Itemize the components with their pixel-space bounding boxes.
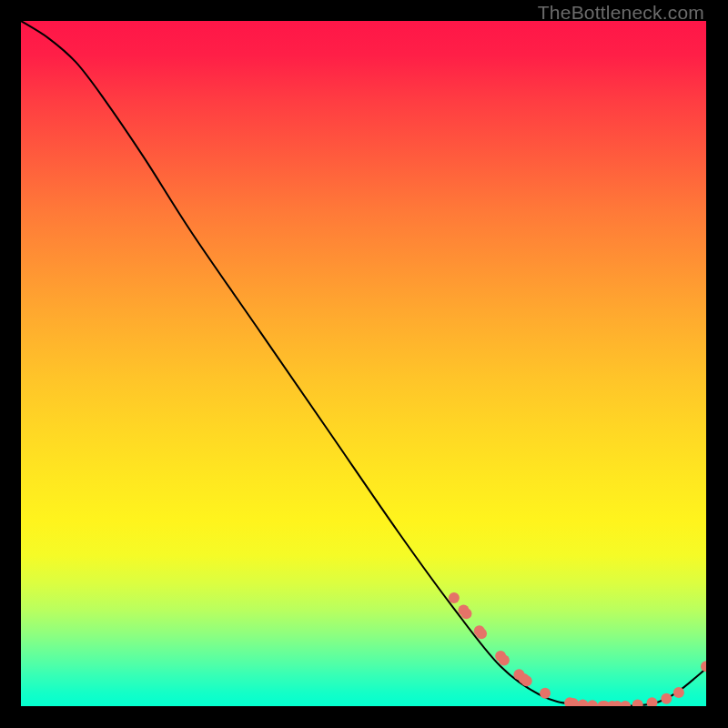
svg-point-23: [673, 687, 684, 698]
svg-point-19: [620, 701, 631, 706]
svg-point-14: [587, 700, 598, 706]
svg-point-0: [449, 592, 460, 603]
svg-point-6: [499, 655, 510, 666]
svg-point-9: [521, 675, 532, 686]
plot-area: [21, 21, 706, 706]
svg-point-20: [632, 699, 643, 706]
svg-point-22: [661, 693, 672, 704]
svg-point-2: [460, 608, 471, 619]
svg-point-21: [647, 697, 658, 706]
watermark-text: TheBottleneck.com: [538, 2, 704, 24]
svg-point-4: [476, 628, 487, 639]
svg-point-13: [577, 699, 588, 706]
chart-container: TheBottleneck.com: [0, 0, 728, 728]
curve-line: [21, 21, 706, 706]
svg-point-10: [540, 688, 551, 699]
scatter-dots: [449, 592, 706, 706]
chart-svg: [21, 21, 706, 706]
svg-point-24: [701, 661, 706, 672]
